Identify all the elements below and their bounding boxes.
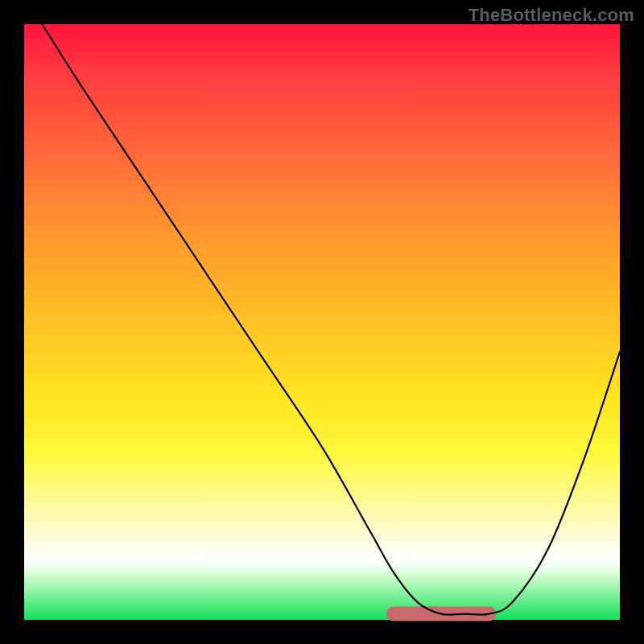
chart-frame: TheBottleneck.com — [0, 0, 644, 644]
plot-area — [24, 24, 620, 620]
bottleneck-curve — [42, 24, 620, 615]
watermark-text: TheBottleneck.com — [469, 5, 634, 26]
curve-svg — [24, 24, 620, 620]
